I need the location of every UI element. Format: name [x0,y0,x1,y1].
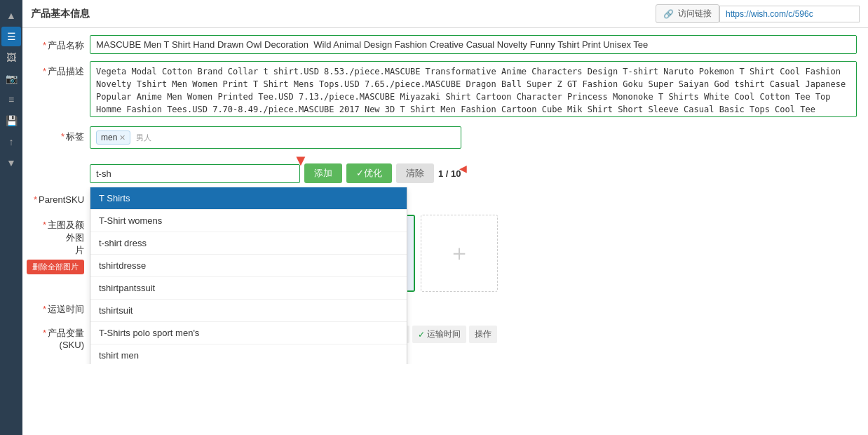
arrow-right-indicator: ◀ [459,163,467,174]
sidebar-list[interactable]: ☰ [1,27,21,46]
page-indicator: 1 / 10 [438,168,461,179]
variants-label: *产品变量(SKU) [34,323,90,350]
topbar: 产品基本信息 🔗 访问链接 https://wish.com/c/596c [22,0,868,28]
product-desc-label: *产品描述 [34,61,90,78]
visit-link-button[interactable]: 🔗 访问链接 [656,4,719,23]
tag-item-men: men ✕ [96,130,130,145]
page-title: 产品基本信息 [31,8,90,20]
sidebar-save[interactable]: 💾 [1,111,21,130]
tag-subtext-men: 男人 [136,133,151,143]
dropdown-item-7[interactable]: tshirt men [90,344,407,364]
tags-display-area: men ✕ 男人 [90,126,461,149]
variant-col-actions: 操作 [469,326,497,343]
dropdown-item-2[interactable]: t-shirt dress [90,232,407,255]
dropdown-item-4[interactable]: tshirtpantssuit [90,277,407,300]
product-desc-textarea[interactable]: Vegeta Modal Cotton Brand Collar t shirt… [90,61,857,117]
parent-sku-label: *ParentSKU [34,190,90,205]
dropdown-item-1[interactable]: T-Shirt womens [90,210,407,232]
sidebar-upload[interactable]: ↑ [1,132,21,152]
clear-button[interactable]: 清除 [396,163,434,183]
visit-link-url[interactable]: https://wish.com/c/596c [719,6,860,22]
tag-input-row: 添加 ✓优化 清除 1 / 10 T Shirts T-Shirt womens… [90,163,461,183]
tag-remove-men[interactable]: ✕ [119,133,126,142]
sidebar: ▲ ☰ 🖼 📷 ≡ 💾 ↑ ▼ [0,0,22,435]
main-image-label-text: *主图及额外图片 [34,219,84,257]
main-content: 产品基本信息 🔗 访问链接 https://wish.com/c/596c *产… [22,0,868,435]
tag-text-input[interactable] [90,164,300,183]
product-name-row: *产品名称 [34,35,857,54]
arrow-down-indicator: ▼ [293,152,308,170]
sidebar-chevron-down[interactable]: ▼ [1,153,21,173]
variant-col-shipping-time[interactable]: ✓ 运输时间 [412,326,466,343]
add-image-button[interactable]: ＋ [421,215,498,292]
main-image-label: *主图及额外图片 删除全部图片 [34,215,90,274]
sidebar-menu[interactable]: ≡ [1,90,21,109]
tag-dropdown: T Shirts T-Shirt womens t-shirt dress ts… [90,187,407,364]
product-desc-content: Vegeta Modal Cotton Brand Collar t shirt… [90,61,857,119]
form-area: *产品名称 *产品描述 Vegeta Modal Cotton Brand Co… [22,28,868,364]
shipping-label: *运送时间 [34,299,90,316]
sidebar-camera[interactable]: 📷 [1,69,21,88]
optimize-button[interactable]: ✓优化 [346,163,392,183]
tags-row: *标签 men ✕ 男人 ▼ ◀ [34,126,857,183]
tags-content: men ✕ 男人 ▼ ◀ 添加 ✓优化 [90,126,461,183]
dropdown-item-3[interactable]: tshirtdresse [90,255,407,277]
product-desc-row: *产品描述 Vegeta Modal Cotton Brand Collar t… [34,61,857,119]
delete-all-images-button[interactable]: 删除全部图片 [27,260,84,274]
sidebar-image[interactable]: 🖼 [1,48,21,67]
sidebar-chevron-up[interactable]: ▲ [1,6,21,25]
dropdown-item-0[interactable]: T Shirts [90,187,407,210]
check-icon-shipping-time: ✓ [418,330,425,340]
dropdown-item-5[interactable]: tshirtsuit [90,300,407,322]
link-icon: 🔗 [663,9,674,19]
tags-label: *标签 [34,126,90,143]
dropdown-item-6[interactable]: T-Shirts polo sport men's [90,322,407,344]
product-name-content [90,35,857,54]
product-name-input[interactable] [90,35,857,54]
tag-text-men: men [101,133,117,142]
add-tag-button[interactable]: 添加 [304,163,342,183]
product-name-label: *产品名称 [34,35,90,52]
